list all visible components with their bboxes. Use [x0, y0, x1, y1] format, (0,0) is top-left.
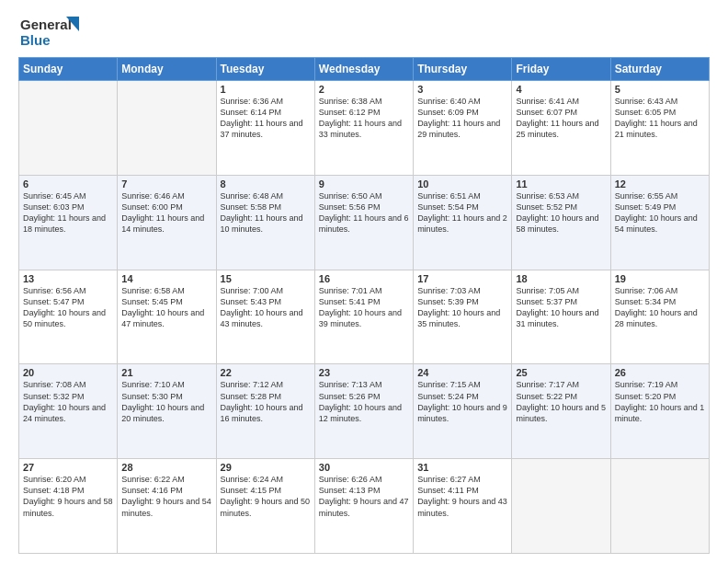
day-header-wednesday: Wednesday — [314, 58, 413, 81]
svg-text:Blue: Blue — [20, 32, 51, 48]
calendar-cell: 4Sunrise: 6:41 AM Sunset: 6:07 PM Daylig… — [512, 81, 610, 176]
day-header-sunday: Sunday — [19, 58, 118, 81]
day-content: Sunrise: 6:43 AM Sunset: 6:05 PM Dayligh… — [615, 96, 705, 141]
day-number: 18 — [516, 273, 606, 284]
week-row-1: 1Sunrise: 6:36 AM Sunset: 6:14 PM Daylig… — [19, 81, 710, 176]
day-header-saturday: Saturday — [610, 58, 709, 81]
day-number: 5 — [615, 84, 705, 95]
day-number: 27 — [23, 462, 113, 473]
day-content: Sunrise: 6:40 AM Sunset: 6:09 PM Dayligh… — [417, 96, 507, 141]
day-content: Sunrise: 6:53 AM Sunset: 5:52 PM Dayligh… — [516, 190, 606, 236]
day-number: 15 — [221, 273, 311, 284]
week-row-3: 13Sunrise: 6:56 AM Sunset: 5:47 PM Dayli… — [19, 270, 710, 364]
calendar-cell: 30Sunrise: 6:26 AM Sunset: 4:13 PM Dayli… — [314, 459, 413, 554]
day-content: Sunrise: 6:26 AM Sunset: 4:13 PM Dayligh… — [319, 474, 409, 519]
day-content: Sunrise: 6:51 AM Sunset: 5:54 PM Dayligh… — [417, 190, 507, 236]
day-content: Sunrise: 7:00 AM Sunset: 5:43 PM Dayligh… — [221, 285, 311, 330]
day-number: 17 — [417, 273, 507, 284]
day-content: Sunrise: 7:05 AM Sunset: 5:37 PM Dayligh… — [516, 285, 606, 330]
calendar-cell: 20Sunrise: 7:08 AM Sunset: 5:32 PM Dayli… — [19, 364, 118, 459]
day-content: Sunrise: 6:20 AM Sunset: 4:18 PM Dayligh… — [23, 474, 113, 519]
days-header-row: SundayMondayTuesdayWednesdayThursdayFrid… — [19, 58, 710, 81]
day-content: Sunrise: 7:12 AM Sunset: 5:28 PM Dayligh… — [221, 379, 311, 424]
calendar-cell: 28Sunrise: 6:22 AM Sunset: 4:16 PM Dayli… — [118, 459, 216, 554]
day-content: Sunrise: 6:56 AM Sunset: 5:47 PM Dayligh… — [23, 285, 113, 330]
day-content: Sunrise: 6:22 AM Sunset: 4:16 PM Dayligh… — [121, 474, 211, 519]
day-content: Sunrise: 6:58 AM Sunset: 5:45 PM Dayligh… — [121, 285, 211, 330]
calendar-cell: 5Sunrise: 6:43 AM Sunset: 6:05 PM Daylig… — [610, 81, 709, 176]
calendar-cell: 2Sunrise: 6:38 AM Sunset: 6:12 PM Daylig… — [314, 81, 413, 176]
calendar-cell: 23Sunrise: 7:13 AM Sunset: 5:26 PM Dayli… — [314, 364, 413, 459]
day-content: Sunrise: 6:38 AM Sunset: 6:12 PM Dayligh… — [319, 96, 409, 141]
day-content: Sunrise: 6:41 AM Sunset: 6:07 PM Dayligh… — [516, 96, 606, 141]
day-number: 31 — [417, 462, 507, 473]
calendar-cell: 13Sunrise: 6:56 AM Sunset: 5:47 PM Dayli… — [19, 270, 118, 364]
day-content: Sunrise: 7:13 AM Sunset: 5:26 PM Dayligh… — [319, 379, 409, 424]
calendar-cell: 7Sunrise: 6:46 AM Sunset: 6:00 PM Daylig… — [118, 175, 216, 270]
day-content: Sunrise: 6:45 AM Sunset: 6:03 PM Dayligh… — [23, 190, 113, 236]
day-number: 24 — [417, 367, 507, 378]
calendar-cell — [610, 459, 709, 554]
header: GeneralBlue — [18, 15, 710, 50]
calendar-cell: 24Sunrise: 7:15 AM Sunset: 5:24 PM Dayli… — [414, 364, 512, 459]
day-number: 28 — [121, 462, 211, 473]
calendar-cell: 18Sunrise: 7:05 AM Sunset: 5:37 PM Dayli… — [512, 270, 610, 364]
day-content: Sunrise: 7:17 AM Sunset: 5:22 PM Dayligh… — [516, 379, 606, 424]
day-header-friday: Friday — [512, 58, 610, 81]
week-row-2: 6Sunrise: 6:45 AM Sunset: 6:03 PM Daylig… — [19, 175, 710, 270]
calendar-cell: 31Sunrise: 6:27 AM Sunset: 4:11 PM Dayli… — [414, 459, 512, 554]
day-content: Sunrise: 7:15 AM Sunset: 5:24 PM Dayligh… — [417, 379, 507, 424]
day-content: Sunrise: 6:55 AM Sunset: 5:49 PM Dayligh… — [615, 190, 705, 236]
day-number: 13 — [23, 273, 113, 284]
calendar-cell: 9Sunrise: 6:50 AM Sunset: 5:56 PM Daylig… — [314, 175, 413, 270]
day-content: Sunrise: 7:19 AM Sunset: 5:20 PM Dayligh… — [615, 379, 705, 424]
day-number: 1 — [221, 84, 311, 95]
day-number: 8 — [221, 178, 311, 190]
calendar-cell: 11Sunrise: 6:53 AM Sunset: 5:52 PM Dayli… — [512, 175, 610, 270]
day-number: 6 — [23, 178, 113, 190]
day-number: 16 — [319, 273, 409, 284]
day-number: 4 — [516, 84, 606, 95]
calendar-cell: 3Sunrise: 6:40 AM Sunset: 6:09 PM Daylig… — [414, 81, 512, 176]
day-number: 25 — [516, 367, 606, 378]
day-header-monday: Monday — [118, 58, 216, 81]
day-number: 21 — [121, 367, 211, 378]
day-number: 12 — [615, 178, 705, 190]
day-content: Sunrise: 7:01 AM Sunset: 5:41 PM Dayligh… — [319, 285, 409, 330]
calendar-cell: 16Sunrise: 7:01 AM Sunset: 5:41 PM Dayli… — [314, 270, 413, 364]
day-number: 3 — [417, 84, 507, 95]
day-header-tuesday: Tuesday — [216, 58, 314, 81]
day-number: 26 — [615, 367, 705, 378]
day-number: 7 — [121, 178, 211, 190]
calendar-cell: 14Sunrise: 6:58 AM Sunset: 5:45 PM Dayli… — [118, 270, 216, 364]
calendar-cell: 26Sunrise: 7:19 AM Sunset: 5:20 PM Dayli… — [610, 364, 709, 459]
calendar-cell: 17Sunrise: 7:03 AM Sunset: 5:39 PM Dayli… — [414, 270, 512, 364]
day-number: 14 — [121, 273, 211, 284]
calendar-cell: 19Sunrise: 7:06 AM Sunset: 5:34 PM Dayli… — [610, 270, 709, 364]
day-number: 9 — [319, 178, 409, 190]
calendar-cell: 8Sunrise: 6:48 AM Sunset: 5:58 PM Daylig… — [216, 175, 314, 270]
week-row-4: 20Sunrise: 7:08 AM Sunset: 5:32 PM Dayli… — [19, 364, 710, 459]
day-content: Sunrise: 6:27 AM Sunset: 4:11 PM Dayligh… — [417, 474, 507, 519]
day-content: Sunrise: 6:50 AM Sunset: 5:56 PM Dayligh… — [319, 190, 409, 236]
day-number: 22 — [221, 367, 311, 378]
day-number: 20 — [23, 367, 113, 378]
calendar-cell: 12Sunrise: 6:55 AM Sunset: 5:49 PM Dayli… — [610, 175, 709, 270]
calendar-cell: 1Sunrise: 6:36 AM Sunset: 6:14 PM Daylig… — [216, 81, 314, 176]
day-number: 19 — [615, 273, 705, 284]
page: GeneralBlue SundayMondayTuesdayWednesday… — [0, 0, 728, 563]
logo: GeneralBlue — [18, 15, 83, 50]
calendar-cell — [19, 81, 118, 176]
svg-text:General: General — [20, 17, 72, 32]
day-number: 30 — [319, 462, 409, 473]
calendar-cell: 29Sunrise: 6:24 AM Sunset: 4:15 PM Dayli… — [216, 459, 314, 554]
day-number: 11 — [516, 178, 606, 190]
calendar-table: SundayMondayTuesdayWednesdayThursdayFrid… — [18, 57, 710, 554]
day-number: 2 — [319, 84, 409, 95]
day-number: 10 — [417, 178, 507, 190]
calendar-cell: 15Sunrise: 7:00 AM Sunset: 5:43 PM Dayli… — [216, 270, 314, 364]
day-number: 29 — [221, 462, 311, 473]
day-content: Sunrise: 6:36 AM Sunset: 6:14 PM Dayligh… — [221, 96, 311, 141]
day-content: Sunrise: 6:46 AM Sunset: 6:00 PM Dayligh… — [121, 190, 211, 236]
day-content: Sunrise: 7:08 AM Sunset: 5:32 PM Dayligh… — [23, 379, 113, 424]
